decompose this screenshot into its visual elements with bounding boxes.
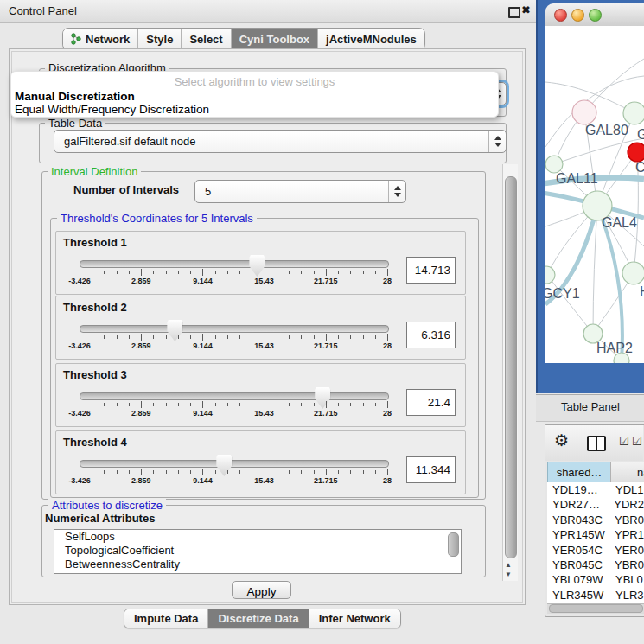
threshold-value-field[interactable]: 21.4 — [406, 389, 456, 416]
network-node-label: GAL4 — [602, 215, 637, 230]
numerical-attributes-list: SelfLoopsTopologicalCoefficientBetweenne… — [54, 529, 462, 574]
bottom-tabbar: Impute Data Discretize Data Infer Networ… — [124, 609, 401, 628]
slider-track[interactable] — [80, 392, 389, 400]
table-data-combobox[interactable]: galFiltered.sif default node — [54, 130, 507, 153]
network-node[interactable] — [545, 266, 555, 284]
tab-cyni-toolbox[interactable]: Cyni Toolbox — [232, 29, 318, 49]
threshold-value-field[interactable]: 6.316 — [406, 322, 456, 348]
tab-network-label: Network — [86, 33, 130, 46]
attribute-list-item[interactable]: SelfLoops — [54, 530, 461, 544]
tab-style[interactable]: Style — [138, 29, 182, 49]
main-scrollbar-thumb[interactable] — [505, 176, 517, 558]
tab-jactivemnodules[interactable]: jActiveMNodules — [318, 29, 424, 49]
close-traffic-light-icon[interactable] — [554, 9, 567, 22]
table-row[interactable]: YDL19…YDL1 — [547, 482, 644, 497]
network-node-label: HAP2 — [596, 341, 633, 355]
number-of-intervals-value: 5 — [205, 181, 211, 202]
tab-select[interactable]: Select — [182, 29, 231, 49]
column-header-name[interactable]: na — [610, 462, 644, 483]
menu-item-manual-discretization[interactable]: Manual Discretization — [15, 90, 135, 103]
network-node-label: G. — [637, 127, 644, 142]
control-panel-title: Control Panel — [9, 0, 77, 22]
slider-track[interactable] — [80, 460, 389, 468]
network-icon — [71, 33, 81, 45]
network-node-label: GAL80 — [585, 123, 628, 137]
table-row[interactable]: YPR145WYPR1 — [547, 527, 644, 542]
slider-tick-labels: -3.4262.8599.14415.4321.71528 — [56, 409, 465, 419]
checkbox-icon[interactable]: ☑ — [619, 435, 629, 448]
control-panel-titlebar — [0, 0, 536, 23]
table-row[interactable]: YBR045CYBR0 — [547, 558, 644, 572]
checkbox-icon[interactable]: ☑ — [632, 435, 642, 448]
algorithm-dropdown-popup: Select algorithm to view settings Manual… — [10, 71, 499, 118]
gear-icon[interactable]: ⚙ — [554, 430, 569, 450]
table-rows: YDL19…YDL1YDR27…YDR2YBR043CYBR0YPR145WYP… — [547, 482, 644, 603]
threshold-value-field[interactable]: 11.344 — [406, 456, 456, 483]
table-row[interactable]: YER054CYER0 — [547, 543, 644, 558]
threshold-block: Threshold 3 -3.4262.8599.14415.4321.7152… — [55, 363, 466, 427]
threshold-block: Threshold 2 -3.4262.8599.14415.4321.7152… — [55, 296, 466, 360]
network-node[interactable] — [622, 262, 644, 284]
zoom-traffic-light-icon[interactable] — [589, 9, 602, 22]
table-data-value: galFiltered.sif default node — [64, 131, 195, 152]
slider-track[interactable] — [80, 260, 389, 268]
network-node-label: H — [640, 284, 644, 299]
table-panel-title: Table Panel — [561, 394, 620, 420]
control-panel-tabbar: Network Style Select Cyni Toolbox jActiv… — [62, 28, 425, 50]
number-of-intervals-combobox[interactable]: 5 — [194, 180, 406, 203]
table-row[interactable]: YBR043CYBR0 — [547, 513, 644, 527]
network-node[interactable] — [623, 102, 644, 124]
threshold-block: Threshold 1 -3.4262.8599.14415.4321.7152… — [55, 231, 466, 295]
split-columns-icon[interactable] — [587, 436, 606, 451]
table-row[interactable]: YDR27…YDR2 — [547, 497, 644, 512]
close-icon[interactable]: ✖ — [521, 3, 531, 16]
slider-track[interactable] — [80, 325, 389, 333]
network-nodes[interactable]: GAL80G.GAL11CGAL4GCY1HHAP2 — [545, 100, 644, 363]
network-node[interactable] — [572, 100, 596, 124]
thresholds-group: Threshold 1 -3.4262.8599.14415.4321.7152… — [50, 218, 479, 498]
apply-button[interactable]: Apply — [232, 581, 291, 599]
algorithm-placeholder: Select algorithm to view settings — [11, 75, 498, 88]
network-node[interactable] — [614, 353, 629, 363]
numerical-attributes-label: Numerical Attributes — [45, 512, 155, 525]
interval-definition-title: Interval Definition — [48, 165, 141, 178]
float-window-icon[interactable] — [508, 7, 520, 18]
attribute-list-item[interactable]: BetweennessCentrality — [54, 558, 461, 571]
list-scrollbar-thumb[interactable] — [448, 532, 459, 557]
combo-stepper-icon[interactable] — [488, 131, 506, 152]
network-node[interactable] — [628, 143, 644, 162]
table-hscrollbar-thumb[interactable] — [549, 604, 643, 613]
table-row[interactable]: YBL079WYBL0 — [547, 572, 644, 587]
threshold-label: Threshold 3 — [63, 368, 127, 381]
tab-network[interactable]: Network — [63, 29, 138, 49]
network-node-label: GCY1 — [545, 286, 580, 301]
network-node[interactable] — [545, 156, 563, 173]
minimize-traffic-light-icon[interactable] — [571, 9, 584, 22]
table-data-group-title: Table Data — [45, 117, 105, 130]
network-window-titlebar — [545, 3, 644, 27]
attribute-list-item[interactable]: TopologicalCoefficient — [54, 544, 461, 558]
slider-tick-labels: -3.4262.8599.14415.4321.71528 — [56, 277, 465, 287]
table-row[interactable]: YLR345WYLR3 — [547, 588, 644, 603]
tab-discretize-data[interactable]: Discretize Data — [208, 609, 309, 628]
threshold-block: Threshold 4 -3.4262.8599.14415.4321.7152… — [55, 430, 466, 494]
threshold-label: Threshold 1 — [63, 236, 127, 249]
threshold-label: Threshold 2 — [63, 301, 127, 314]
screenshot-root: Control Panel ✖ Network Style Select Cyn… — [0, 0, 644, 644]
network-canvas[interactable]: GAL80G.GAL11CGAL4GCY1HHAP2 — [545, 26, 644, 363]
scroll-down-icon[interactable]: ▼ — [505, 571, 512, 578]
combo-stepper-icon[interactable] — [388, 181, 405, 202]
scroll-up-icon[interactable]: ▲ — [505, 562, 512, 569]
attributes-group-title: Attributes to discretize — [48, 499, 166, 512]
number-of-intervals-label: Number of Intervals — [73, 183, 179, 196]
threshold-value-field[interactable]: 14.713 — [406, 257, 456, 284]
tab-impute-data[interactable]: Impute Data — [124, 609, 208, 628]
menu-item-equal-width-frequency[interactable]: Equal Width/Frequency Discretization — [15, 103, 209, 116]
tab-infer-network[interactable]: Infer Network — [309, 609, 400, 628]
slider-tick-labels: -3.4262.8599.14415.4321.71528 — [56, 476, 465, 487]
network-node-label: C — [635, 160, 644, 175]
slider-tick-labels: -3.4262.8599.14415.4321.71528 — [56, 341, 465, 352]
threshold-label: Threshold 4 — [63, 436, 127, 449]
column-header-shared[interactable]: shared… — [547, 462, 611, 483]
thresholds-group-title: Threshold's Coordinates for 5 Intervals — [57, 212, 257, 225]
